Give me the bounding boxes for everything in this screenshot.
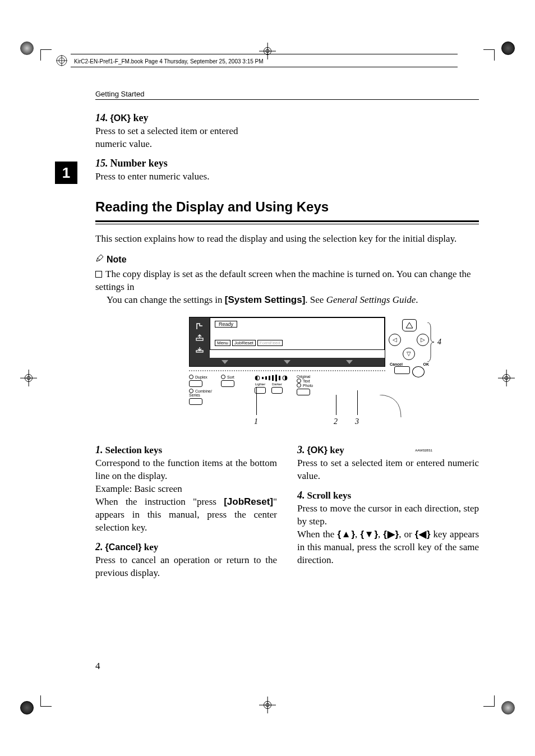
- pencil-icon: [95, 255, 107, 264]
- item-2: 2. {Cancel} key Press to cancel an opera…: [95, 541, 277, 580]
- registration-left: [20, 370, 37, 386]
- item-1-p3: When the instruction "press [JobReset]" …: [95, 496, 277, 534]
- softkey-3: [346, 360, 353, 364]
- diagram-code: AAW028S1: [415, 449, 432, 452]
- item-14-number: 14.: [95, 112, 108, 123]
- lcd-jobreset-button: JobReset: [232, 340, 256, 346]
- item-4-number: 4.: [297, 490, 305, 501]
- registration-bottom: [259, 697, 276, 713]
- sort-button: [221, 380, 234, 387]
- note-block: Note: [95, 253, 479, 265]
- darker-label: Darker: [271, 382, 283, 386]
- callout-2: 2: [334, 417, 338, 426]
- page-content: Getting Started 14. {OK} key Press to se…: [95, 90, 479, 586]
- item-1-title: Selection keys: [105, 445, 163, 455]
- item-3-key: OK: [311, 445, 324, 455]
- lcd-formfeed-button: FormFeed: [257, 340, 283, 346]
- item-4-p2: When the {▲}, {▼}, {▶}, or {◀} key appea…: [297, 528, 479, 567]
- document-path-banner: KirC2-EN-Pref1-F_FM.book Page 4 Thursday…: [56, 54, 458, 67]
- tray-icon: [195, 334, 204, 342]
- item-2-suffix: key: [141, 542, 158, 552]
- sort-group: Sort: [221, 375, 234, 387]
- nav-ok-label: OK: [423, 362, 430, 366]
- lighter-icon: [255, 375, 260, 381]
- item-15: 15. Number keys Press to enter numeric v…: [95, 158, 479, 183]
- item-1-jobreset-key: [JobReset]: [224, 496, 273, 507]
- note-text-mid: . See: [305, 294, 326, 305]
- registration-inline-icon: [56, 55, 67, 66]
- note-continue: You can change the settings in: [107, 294, 225, 305]
- h2-rule-top: [95, 220, 479, 222]
- crop-mark-br: [501, 701, 515, 714]
- darker-button: [271, 387, 283, 394]
- section-header-rule: [95, 99, 479, 100]
- nav-down: ▽: [403, 348, 415, 360]
- section-h2: Reading the Display and Using Keys: [95, 199, 479, 215]
- item-4-title: Scroll keys: [307, 490, 352, 501]
- crop-mark-tl: [20, 42, 34, 55]
- softkey-row: [190, 358, 385, 366]
- item-3-body: Press to set a selected item or entered …: [297, 457, 479, 483]
- corner-mark-tr: [483, 49, 495, 61]
- item-2-body: Press to cancel an operation or return t…: [95, 554, 277, 580]
- lcd-menu-button: Menu: [215, 340, 230, 346]
- crop-mark-tr: [501, 42, 515, 55]
- arrow-up-key: ▲: [341, 529, 351, 540]
- escape-button: [402, 319, 417, 331]
- note-text-pre: The copy display is set as the default s…: [95, 269, 471, 292]
- description-columns: 1. Selection keys Correspond to the func…: [95, 444, 479, 587]
- item-14-key: OK: [114, 113, 127, 123]
- nav-left: ◁: [389, 334, 401, 346]
- document-path-text: KirC2-EN-Pref1-F_FM.book Page 4 Thursday…: [74, 58, 264, 64]
- photo-label: Photo: [303, 384, 313, 388]
- lcd-ready-label: Ready: [215, 321, 237, 328]
- note-ref: General Settings Guide: [326, 294, 416, 305]
- duplex-group: Duplex Combine/ Series: [189, 375, 212, 405]
- registration-right: [498, 370, 515, 386]
- item-4-p1: Press to move the cursor in each directi…: [297, 503, 479, 528]
- item-3: 3. {OK} key Press to set a selected item…: [297, 444, 479, 483]
- output-icon: [195, 345, 204, 353]
- item-15-number: 15.: [95, 158, 108, 169]
- original-label: Original: [297, 375, 310, 379]
- original-group: Original Text Photo: [297, 375, 313, 395]
- lcd-side-icons: [190, 317, 210, 358]
- svg-rect-4: [196, 338, 203, 340]
- item-1-p2: Example: Basic screen: [95, 483, 277, 496]
- duplex-button: [189, 380, 202, 387]
- text-label: Text: [303, 379, 310, 383]
- item-14: 14. {OK} key Press to set a selected ite…: [95, 112, 479, 151]
- softkey-1: [222, 360, 228, 364]
- arrow-down-key: ▼: [364, 529, 374, 540]
- callout-1: 1: [254, 417, 258, 426]
- h2-rule-bottom: [95, 224, 479, 224]
- density-indicator: [255, 375, 288, 381]
- chapter-tab: 1: [55, 162, 77, 184]
- left-column: 1. Selection keys Correspond to the func…: [95, 444, 277, 587]
- combine-button: [189, 398, 202, 405]
- callout-3: 3: [355, 417, 359, 426]
- duplex-label: Duplex: [195, 375, 207, 379]
- item-15-body: Press to enter numeric values.: [95, 170, 479, 183]
- paper-icon: [195, 322, 204, 330]
- corner-mark-br: [483, 695, 495, 707]
- item-14-body: Press to set a selected item or entered …: [95, 125, 269, 151]
- item-2-key: Cancel: [109, 542, 138, 552]
- note-label: Note: [107, 255, 127, 264]
- lcd-screen: Ready Menu JobReset FormFeed: [210, 317, 385, 350]
- callout-4: 4: [426, 322, 441, 362]
- item-3-suffix: key: [328, 445, 344, 455]
- original-button: [297, 389, 310, 395]
- note-text-post: .: [416, 294, 418, 305]
- intro-text: This section explains how to read the di…: [95, 233, 479, 246]
- sort-label: Sort: [227, 375, 234, 379]
- arrow-left-key: ◀: [418, 529, 427, 540]
- ok-button: [412, 366, 425, 377]
- item-1: 1. Selection keys Correspond to the func…: [95, 444, 277, 534]
- lighter-label: Lighter: [255, 382, 266, 386]
- section-header: Getting Started: [95, 90, 479, 98]
- nav-cancel-label: Cancel: [390, 362, 403, 366]
- softkey-2: [284, 360, 290, 364]
- note-bullet-icon: [95, 271, 102, 278]
- crop-mark-bl: [20, 701, 34, 714]
